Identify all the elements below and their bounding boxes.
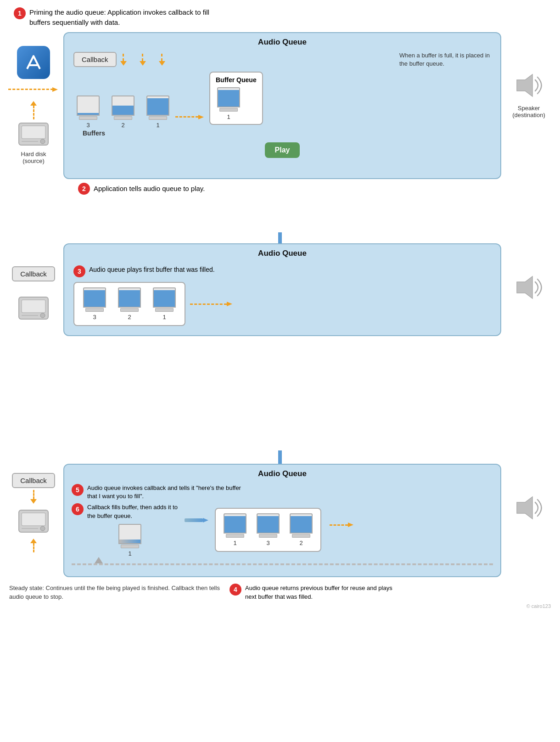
aq-title-2: Audio Queue <box>64 244 500 261</box>
svg-marker-8 <box>159 61 165 66</box>
svg-rect-19 <box>22 513 45 526</box>
svg-rect-3 <box>22 126 45 139</box>
badge-5: 5 <box>72 484 84 496</box>
arrow-right-icon <box>52 86 59 93</box>
bq-buffers: 1 <box>216 87 257 120</box>
harddisk-section: Hard disk (source) <box>8 32 59 164</box>
s3-bq-box: 1 3 2 <box>215 508 321 552</box>
step5-text: Audio queue invokes callback and tells i… <box>87 484 243 500</box>
s3-bq-buf-1: 1 <box>222 513 248 546</box>
down-arrowhead-3 <box>30 499 37 504</box>
s2-buffer-2: 2 <box>117 287 142 320</box>
step6-and-buffers: 6 Callback fills buffer, then adds it to… <box>64 503 500 556</box>
gray-up-arrow <box>95 557 103 563</box>
dashed-lines-to-buffers <box>120 54 165 66</box>
svg-marker-22 <box>30 539 37 543</box>
s3-bq-buf-2: 2 <box>288 513 314 546</box>
gray-dashed-bottom <box>72 563 493 570</box>
s2-to-speaker-arrow <box>190 301 233 307</box>
s2-buffer-3: 3 <box>82 287 107 320</box>
speaker-icon-1 <box>512 69 545 102</box>
svg-marker-17 <box>30 499 37 504</box>
steady-state-text: Steady state: Continues until the file b… <box>9 584 220 601</box>
s3-bq-buffers: 1 3 2 <box>222 513 314 546</box>
s3-to-speaker-arrow <box>330 522 354 528</box>
step1-text: Priming the audio queue: Application inv… <box>29 7 231 28</box>
svg-rect-12 <box>22 300 45 313</box>
section3: Callback Audio Queue <box>0 464 560 609</box>
badge-1: 1 <box>14 7 26 19</box>
aq-title-1: Audio Queue <box>64 33 500 50</box>
badge-3: 3 <box>73 265 85 277</box>
speaker-icon-2 <box>512 271 545 304</box>
watermark: © cairo123 <box>0 601 560 609</box>
svg-marker-25 <box>95 557 103 563</box>
audio-queue-box-3: Audio Queue 5 Audio queue invokes callba… <box>63 464 501 577</box>
svg-marker-15 <box>227 302 232 306</box>
callback-box-2: Callback <box>12 266 55 281</box>
svg-point-13 <box>40 313 45 318</box>
badge-2: 2 <box>78 183 90 195</box>
svg-marker-7 <box>140 61 146 66</box>
bq-buffer-1: 1 <box>216 87 241 120</box>
svg-point-4 <box>40 139 45 144</box>
svg-marker-26 <box>517 497 532 519</box>
bq-title-1: Buffer Queue <box>216 76 257 84</box>
buffer-full-text: When a buffer is full, it is placed in t… <box>399 51 491 68</box>
callback-row-1: Callback <box>64 51 500 68</box>
buffers-to-bq-arrow <box>175 114 205 120</box>
callback-box-3: Callback <box>12 473 55 488</box>
hard-disk-icon-2 <box>17 295 50 323</box>
step1-label: 1 Priming the audio queue: Application i… <box>0 5 560 32</box>
buffer-1: 1 <box>145 96 171 129</box>
play-button[interactable]: Play <box>265 142 300 158</box>
speaker-icon-3 <box>512 491 545 524</box>
s2-buffer-box: 3 2 1 <box>73 282 185 326</box>
callback-box-1: Callback <box>73 52 117 67</box>
play-btn-container: Play <box>64 142 500 158</box>
svg-marker-16 <box>517 276 532 298</box>
s2-buffers: 3 2 1 <box>82 287 177 320</box>
speaker-label-1: Speaker (destination) <box>512 105 545 118</box>
section2: Callback Audio Queue 3 Audio queue plays… <box>0 243 560 336</box>
step6-text: Callback fills buffer, then adds it to t… <box>87 503 179 520</box>
step2-text: Application tells audio queue to play. <box>94 185 205 192</box>
svg-marker-6 <box>120 61 127 66</box>
app-icon <box>17 46 50 79</box>
step6-row: 6 Callback fills buffer, then adds it to… <box>72 503 179 520</box>
svg-point-20 <box>40 526 45 531</box>
app-icon-svg <box>23 52 44 73</box>
speaker-section-2 <box>506 243 552 304</box>
buffer-to-bq-arrow-3 <box>185 517 209 523</box>
hd-label: Hard disk (source) <box>21 151 46 164</box>
buffer-3: 3 <box>75 96 101 129</box>
speaker-section-1: Speaker (destination) <box>506 32 552 118</box>
buffers-group-1: 3 2 <box>75 96 171 129</box>
s3-bq-buf-3: 3 <box>255 513 281 546</box>
step3-text: Audio queue plays first buffer that was … <box>89 265 215 275</box>
hd-up-arrow-3 <box>30 539 37 552</box>
svg-marker-10 <box>517 74 532 96</box>
step5-row: 5 Audio queue invokes callback and tells… <box>64 481 500 503</box>
speaker-section-3 <box>506 464 552 524</box>
single-buffer-3: 1 <box>81 524 179 557</box>
step2-label: 2 Application tells audio queue to play. <box>64 179 560 195</box>
s2-buffer-1: 1 <box>151 287 177 320</box>
left-col-2: Callback <box>8 243 59 323</box>
buffers-label-1: Buffers <box>64 129 500 137</box>
step4-text: Audio queue returns previous buffer for … <box>245 584 404 601</box>
badge-4: 4 <box>230 584 241 596</box>
bottom-text-row: Steady state: Continues until the file b… <box>0 577 560 601</box>
svg-marker-0 <box>52 87 58 92</box>
aq-title-3: Audio Queue <box>64 465 500 481</box>
svg-marker-24 <box>348 523 353 527</box>
audio-queue-box-1: Audio Queue Callback <box>63 32 501 179</box>
hd-to-app-arrow <box>30 101 37 119</box>
buffer-queue-box-1: Buffer Queue 1 <box>209 72 263 125</box>
app-to-callback-arrow <box>8 86 59 93</box>
hard-disk-icon <box>17 121 50 149</box>
buffer-2: 2 <box>110 96 136 129</box>
step4-row: 4 Audio queue returns previous buffer fo… <box>230 584 404 601</box>
arrow-up-icon <box>30 101 37 106</box>
buffers-and-bq-row: 3 2 <box>64 72 500 129</box>
